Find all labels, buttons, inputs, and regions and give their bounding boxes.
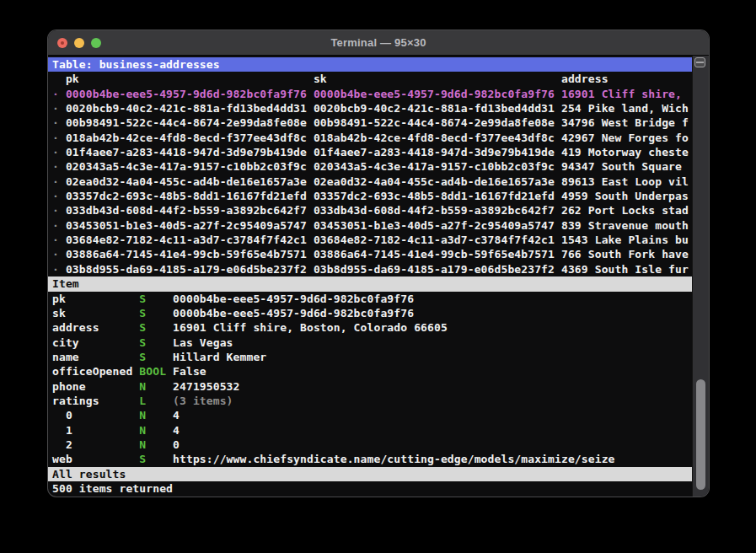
row-text: 018ab42b-42ce-4fd8-8ecd-f377ee43df8c 018… [59, 132, 689, 144]
table-header-bar: Table: business-addresses [48, 57, 692, 72]
item-field-row: phone N 2471950532 [48, 379, 692, 394]
field-type: N [139, 380, 173, 393]
window-title: Terminal — 95×30 [330, 36, 426, 49]
row-text: 03453051-b1e3-40d5-a27f-2c95409a5747 034… [59, 219, 689, 232]
row-text: 0000b4be-eee5-4957-9d6d-982bc0fa9f76 000… [59, 88, 682, 100]
field-type: BOOL [139, 365, 173, 378]
row-bullet-icon: · [52, 175, 59, 188]
row-bullet-icon: · [52, 248, 59, 260]
table-row[interactable]: · 033db43d-608d-44f2-b559-a3892bc642f7 0… [48, 203, 692, 217]
row-bullet-icon: · [52, 263, 59, 276]
table-row[interactable]: · 03886a64-7145-41e4-99cb-59f65e4b7571 0… [48, 247, 692, 261]
field-value: False [173, 365, 206, 378]
field-key: pk [52, 293, 139, 305]
field-value: 4 [173, 424, 180, 437]
row-bullet-icon: · [52, 116, 59, 129]
table-row[interactable]: · 03684e82-7182-4c11-a3d7-c3784f7f42c1 0… [48, 233, 692, 247]
field-key: 2 [52, 438, 139, 451]
item-field-row: officeOpened BOOL False [48, 364, 692, 379]
scrollbar-track[interactable] [692, 56, 709, 497]
item-field-row: city S Las Vegas [48, 336, 692, 350]
row-text: 033db43d-608d-44f2-b559-a3892bc642f7 033… [59, 204, 689, 217]
field-value: https://www.chiefsyndicate.name/cutting-… [173, 453, 614, 465]
traffic-lights [57, 30, 101, 55]
table-row[interactable]: · 02ea0d32-4a04-455c-ad4b-de16e1657a3e 0… [48, 174, 692, 189]
field-type: N [139, 424, 173, 437]
field-type: S [139, 453, 173, 465]
item-field-row: 2 N 0 [48, 438, 692, 452]
field-type: S [139, 293, 173, 305]
item-field-row: address S 16901 Cliff shire, Boston, Col… [48, 320, 692, 335]
table-rows: · 0000b4be-eee5-4957-9d6d-982bc0fa9f76 0… [48, 87, 692, 276]
field-type: S [139, 321, 173, 334]
table-row[interactable]: · 00b98491-522c-44c4-8674-2e99da8fe08e 0… [48, 115, 692, 130]
row-text: 03684e82-7182-4c11-a3d7-c3784f7f42c1 036… [59, 234, 689, 246]
row-bullet-icon: · [52, 88, 59, 100]
field-type: S [139, 336, 173, 349]
item-field-row: 0 N 4 [48, 408, 692, 422]
scrollbar-thumb[interactable] [696, 379, 705, 490]
field-value: Hillard Kemmer [173, 351, 266, 363]
row-bullet-icon: · [52, 102, 59, 115]
field-type: S [139, 307, 173, 319]
row-text: 03b8d955-da69-4185-a179-e06d5be237f2 03b… [59, 263, 689, 276]
row-bullet-icon: · [52, 146, 59, 158]
field-value: Las Vegas [173, 336, 233, 349]
item-field-row: 1 N 4 [48, 423, 692, 438]
row-bullet-icon: · [52, 132, 59, 144]
terminal-screen[interactable]: Table: business-addresses pk sk address … [48, 56, 692, 497]
table-row[interactable]: · 020343a5-4c3e-417a-9157-c10bb2c03f9c 0… [48, 159, 692, 174]
field-value: 4 [173, 409, 180, 421]
field-value: (3 items) [173, 395, 233, 407]
column-header-row: pk sk address [48, 72, 692, 86]
field-key: phone [52, 380, 139, 393]
field-value: 0000b4be-eee5-4957-9d6d-982bc0fa9f76 [173, 307, 414, 319]
table-row[interactable]: · 0020bcb9-40c2-421c-881a-fd13bed4dd31 0… [48, 101, 692, 115]
table-row[interactable]: · 01f4aee7-a283-4418-947d-3d9e79b419de 0… [48, 145, 692, 159]
row-text: 0020bcb9-40c2-421c-881a-fd13bed4dd31 002… [59, 102, 689, 115]
item-fields: pk S 0000b4be-eee5-4957-9d6d-982bc0fa9f7… [48, 292, 692, 467]
item-header-bar: Item [48, 276, 692, 291]
field-key: web [52, 453, 139, 465]
results-filter-bar: All results [48, 467, 692, 481]
zoom-button[interactable] [91, 38, 101, 48]
row-bullet-icon: · [52, 204, 59, 217]
field-key: address [52, 321, 139, 334]
field-type: N [139, 409, 173, 421]
item-field-row: sk S 0000b4be-eee5-4957-9d6d-982bc0fa9f7… [48, 306, 692, 320]
row-text: 03357dc2-693c-48b5-8dd1-16167fd21efd 033… [59, 190, 689, 202]
item-field-row: ratings L (3 items) [48, 394, 692, 408]
field-type: L [139, 395, 173, 407]
split-pane-icon[interactable] [694, 57, 705, 67]
row-text: 01f4aee7-a283-4418-947d-3d9e79b419de 01f… [59, 146, 689, 158]
split-pane-divider-line [696, 62, 704, 63]
row-text: 02ea0d32-4a04-455c-ad4b-de16e1657a3e 02e… [59, 175, 689, 188]
table-row[interactable]: · 03357dc2-693c-48b5-8dd1-16167fd21efd 0… [48, 189, 692, 203]
status-line: 500 items returned [48, 481, 692, 496]
window-content: Table: business-addresses pk sk address … [48, 56, 709, 497]
row-bullet-icon: · [52, 234, 59, 246]
row-bullet-icon: · [52, 190, 59, 202]
minimize-button[interactable] [74, 38, 84, 48]
field-key: 0 [52, 409, 139, 421]
field-key: 1 [52, 424, 139, 437]
field-value: 16901 Cliff shire, Boston, Colorado 6660… [173, 321, 448, 334]
close-button[interactable] [57, 38, 67, 48]
field-value: 0 [173, 438, 180, 451]
item-field-row: name S Hillard Kemmer [48, 350, 692, 364]
window-titlebar[interactable]: Terminal — 95×30 [48, 30, 709, 56]
table-row[interactable]: · 018ab42b-42ce-4fd8-8ecd-f377ee43df8c 0… [48, 131, 692, 145]
field-key: name [52, 351, 139, 363]
row-bullet-icon: · [52, 160, 59, 173]
table-row[interactable]: · 03b8d955-da69-4185-a179-e06d5be237f2 0… [48, 262, 692, 276]
field-key: officeOpened [52, 365, 139, 378]
row-bullet-icon: · [52, 219, 59, 232]
field-value: 0000b4be-eee5-4957-9d6d-982bc0fa9f76 [173, 293, 414, 305]
table-row[interactable]: · 03453051-b1e3-40d5-a27f-2c95409a5747 0… [48, 218, 692, 233]
field-key: city [52, 336, 139, 349]
field-type: N [139, 438, 173, 451]
field-key: sk [52, 307, 139, 319]
row-text: 03886a64-7145-41e4-99cb-59f65e4b7571 038… [59, 248, 689, 260]
row-text: 00b98491-522c-44c4-8674-2e99da8fe08e 00b… [59, 116, 689, 129]
table-row[interactable]: · 0000b4be-eee5-4957-9d6d-982bc0fa9f76 0… [48, 87, 692, 101]
